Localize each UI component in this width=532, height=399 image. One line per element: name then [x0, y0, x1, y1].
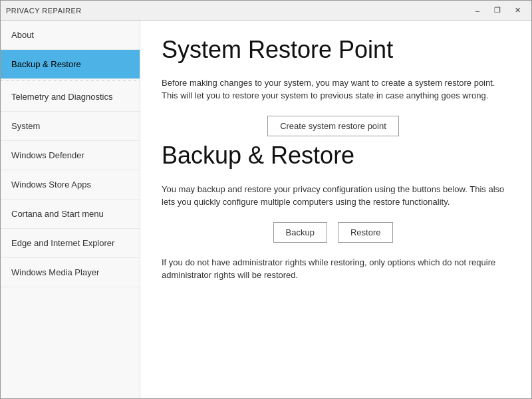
main-content: System Restore Point Before making chang…	[140, 21, 531, 399]
sidebar-item-cortana[interactable]: Cortana and Start menu	[1, 200, 140, 229]
close-button[interactable]: ✕	[509, 4, 526, 17]
backup-restore-description: You may backup and restore your privacy …	[162, 183, 510, 209]
restore-point-description: Before making changes to your system, yo…	[162, 76, 510, 102]
title-bar: PRIVACY REPAIRER – ❐ ✕	[1, 1, 531, 21]
minimize-button[interactable]: –	[469, 4, 486, 17]
app-title: PRIVACY REPAIRER	[6, 7, 82, 15]
restore-point-title: System Restore Point	[162, 37, 510, 63]
sidebar-item-edge[interactable]: Edge and Internet Explorer	[1, 229, 140, 258]
sidebar-divider	[1, 80, 140, 81]
create-restore-point-button[interactable]: Create system restore point	[267, 116, 399, 136]
sidebar-item-media-player[interactable]: Windows Media Player	[1, 258, 140, 287]
sidebar: About Backup & Restore Telemetry and Dia…	[1, 21, 140, 399]
backup-restore-title: Backup & Restore	[162, 142, 510, 170]
window-controls: – ❐ ✕	[469, 4, 526, 17]
restore-button[interactable]: Restore	[338, 222, 394, 243]
admin-rights-note: If you do not have administrator rights …	[162, 256, 510, 282]
sidebar-item-windows-defender[interactable]: Windows Defender	[1, 141, 140, 170]
app-body: About Backup & Restore Telemetry and Dia…	[1, 21, 531, 399]
sidebar-item-windows-store[interactable]: Windows Store Apps	[1, 170, 140, 200]
backup-button[interactable]: Backup	[273, 222, 327, 243]
sidebar-item-backup-restore[interactable]: Backup & Restore	[1, 50, 140, 79]
sidebar-item-telemetry[interactable]: Telemetry and Diagnostics	[1, 82, 140, 112]
sidebar-item-about[interactable]: About	[1, 21, 140, 50]
sidebar-item-system[interactable]: System	[1, 112, 140, 141]
backup-restore-buttons: Backup Restore	[162, 222, 510, 243]
maximize-button[interactable]: ❐	[489, 4, 506, 17]
